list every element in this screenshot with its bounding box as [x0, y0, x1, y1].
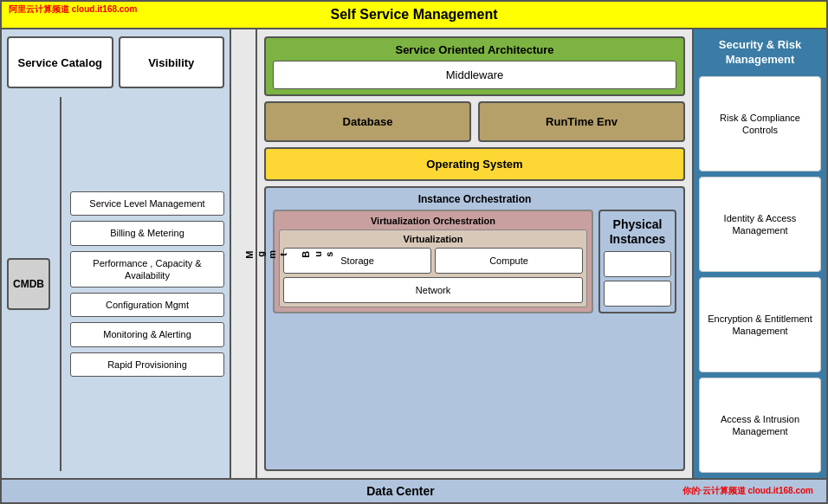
list-item-label: Configuration Mgmt — [106, 300, 189, 310]
list-item[interactable]: Configuration Mgmt — [70, 293, 224, 317]
right-item-identity[interactable]: Identity & Access Management — [699, 177, 821, 272]
soa-title: Service Oriented Architecture — [273, 43, 676, 56]
list-item[interactable]: Performance , Capacity & Availability — [70, 251, 224, 288]
list-item[interactable]: Monitoring & Alerting — [70, 322, 224, 346]
left-list-area: CMDB Service Level Management Billing & … — [7, 97, 224, 471]
virt-orch-block: Virtualization Orchestration Virtualizat… — [273, 210, 593, 313]
list-item[interactable]: Rapid Provisioning — [70, 352, 224, 377]
middleware-label: Middleware — [446, 68, 503, 81]
instance-orch-block: Instance Orchestration Virtualization Or… — [264, 186, 685, 471]
network-box: Network — [283, 277, 583, 303]
service-bus: ServiCeMgmtBus — [231, 29, 257, 478]
bottom-banner-label: Data Center — [366, 484, 435, 498]
top-banner: 阿里云计算频道 cloud.it168.com Self Service Man… — [2, 2, 826, 29]
cmdb-col: CMDB — [7, 97, 50, 471]
watermark-bottom: 你的·云计算频道 cloud.it168.com — [682, 485, 813, 497]
right-item-label: Risk & Compliance Controls — [703, 112, 817, 137]
virt-orch-title: Virtualization Orchestration — [279, 216, 587, 226]
os-label: Operating System — [426, 158, 522, 171]
list-items: Service Level Management Billing & Meter… — [70, 97, 224, 471]
right-item-label: Encryption & Entitlement Management — [703, 313, 817, 338]
virt-title: Virtualization — [283, 234, 583, 244]
physical-sub-boxes — [604, 251, 671, 307]
storage-label: Storage — [340, 255, 374, 266]
list-item-label: Service Level Management — [89, 198, 204, 209]
left-panel: Service Catalog Visibility CMDB S — [2, 29, 231, 478]
phys-box-2 — [604, 281, 671, 307]
right-item-access[interactable]: Access & Intrusion Management — [699, 378, 821, 473]
instance-orch-title: Instance Orchestration — [273, 193, 676, 205]
visibility-label: Visibility — [148, 56, 194, 69]
bottom-banner: Data Center 你的·云计算频道 cloud.it168.com — [2, 478, 826, 502]
list-item-label: Billing & Metering — [110, 228, 184, 238]
list-item[interactable]: Service Level Management — [70, 191, 224, 216]
connector-line — [54, 97, 67, 471]
db-runtime-row: Database RunTime Env — [264, 101, 685, 142]
compute-label: Compute — [489, 255, 528, 266]
os-block: Operating System — [264, 147, 685, 181]
database-label: Database — [343, 115, 393, 128]
middleware-box: Middleware — [273, 61, 676, 89]
right-panel-title: Security & Risk Management — [699, 35, 821, 71]
physical-title: PhysicalInstances — [604, 216, 671, 248]
right-item-label: Access & Intrusion Management — [703, 413, 817, 438]
service-bus-label: ServiCeMgmtBus — [231, 249, 335, 259]
soa-block: Service Oriented Architecture Middleware — [264, 36, 685, 96]
right-item-encryption[interactable]: Encryption & Entitlement Management — [699, 277, 821, 372]
database-block: Database — [264, 101, 471, 142]
service-catalog-label: Service Catalog — [17, 56, 102, 69]
center-panel: ServiCeMgmtBus Service Oriented Architec… — [231, 29, 692, 478]
network-label: Network — [416, 285, 450, 295]
phys-box-1 — [604, 251, 671, 277]
right-item-label: Identity & Access Management — [703, 212, 817, 237]
watermark-top: 阿里云计算频道 cloud.it168.com — [9, 3, 137, 16]
right-item-risk[interactable]: Risk & Compliance Controls — [699, 76, 821, 171]
top-banner-label: Self Service Management — [331, 7, 498, 22]
runtime-block: RunTime Env — [478, 101, 685, 142]
visibility-box[interactable]: Visibility — [119, 36, 225, 88]
list-item-label: Monitoring & Alerting — [103, 329, 191, 339]
main-content: Service Catalog Visibility CMDB S — [2, 29, 826, 478]
top-boxes: Service Catalog Visibility — [7, 36, 224, 88]
app-container: 阿里云计算频道 cloud.it168.com Self Service Man… — [0, 0, 828, 504]
list-item[interactable]: Billing & Metering — [70, 221, 224, 245]
list-item-label: Rapid Provisioning — [107, 359, 187, 370]
compute-box: Compute — [435, 248, 583, 274]
service-catalog-box[interactable]: Service Catalog — [7, 36, 113, 88]
physical-instances-block: PhysicalInstances — [598, 210, 676, 313]
cmdb-box: CMDB — [7, 258, 50, 310]
virt-inner: Virtualization Storage Compute — [279, 229, 587, 307]
runtime-label: RunTime Env — [546, 115, 618, 128]
virt-physical-row: Virtualization Orchestration Virtualizat… — [273, 210, 676, 313]
cmdb-label: CMDB — [13, 278, 44, 290]
right-panel: Security & Risk Management Risk & Compli… — [692, 29, 826, 478]
list-item-label: Performance , Capacity & Availability — [93, 258, 201, 281]
